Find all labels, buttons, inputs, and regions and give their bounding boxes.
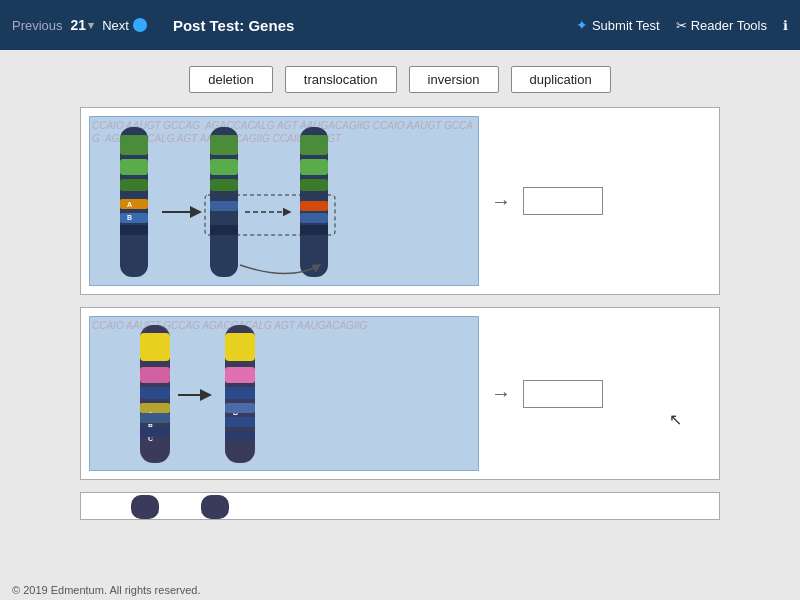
diagram-2-card: CCAIO AAUGT GCCAG AGACCACALG AGT AAUGACA… [80,307,720,480]
info-button[interactable]: ℹ [783,18,788,33]
svg-rect-4 [120,199,148,209]
question-number: 21 ▾ [71,17,95,33]
svg-rect-51 [225,417,255,427]
svg-rect-54 [201,495,229,519]
svg-rect-35 [140,367,170,383]
diagram-1-arrow: → [491,190,511,213]
svg-text:B: B [127,214,132,221]
info-icon: ℹ [783,18,788,33]
diagram-1-card: CCAIO AAUGT GCCAG AGACCACALG AGT AAUGACA… [80,107,720,295]
svg-rect-14 [210,179,238,191]
choice-translocation[interactable]: translocation [285,66,397,93]
svg-rect-9 [120,225,148,235]
submit-test-button[interactable]: ✦ Submit Test [576,17,660,33]
svg-rect-3 [120,179,148,191]
diagram-3-partial [80,492,720,520]
svg-rect-17 [210,201,238,211]
choice-deletion[interactable]: deletion [189,66,273,93]
diagram-3-svg-partial [81,493,471,520]
svg-rect-47 [225,387,255,399]
svg-rect-31 [300,225,328,235]
header: Previous 21 ▾ Next Post Test: Genes ✦ Su… [0,0,800,50]
svg-rect-45 [225,333,255,361]
svg-rect-1 [120,135,148,155]
svg-rect-37 [140,403,170,413]
svg-rect-52 [225,431,255,441]
header-left: Previous 21 ▾ Next [12,17,147,33]
svg-rect-41 [140,413,170,423]
svg-rect-34 [140,333,170,361]
svg-rect-42 [140,427,170,437]
svg-rect-46 [225,367,255,383]
next-indicator [133,18,147,32]
diagram-1-answer[interactable] [523,187,603,215]
page-title: Post Test: Genes [173,17,566,34]
svg-rect-5 [120,213,148,223]
diagram-2-answer[interactable] [523,380,603,408]
svg-rect-20 [210,225,238,235]
footer: © 2019 Edmentum. All rights reserved. [0,580,800,600]
svg-rect-36 [140,387,170,399]
svg-rect-23 [300,135,328,155]
header-right: ✦ Submit Test ✂ Reader Tools ℹ [576,17,788,33]
diagram-2-svg: A B C B C [90,317,479,471]
diagram-2-image: CCAIO AAUGT GCCAG AGACCACALG AGT AAUGACA… [89,316,479,471]
reader-tools-button[interactable]: ✂ Reader Tools [676,18,767,33]
choice-duplication[interactable]: duplication [511,66,611,93]
next-button[interactable]: Next [102,18,147,33]
reader-icon: ✂ [676,18,687,33]
svg-rect-53 [131,495,159,519]
svg-rect-12 [210,135,238,155]
svg-rect-25 [300,179,328,191]
diagram-1-svg: A B C A E C [90,117,479,286]
previous-button[interactable]: Previous [12,18,63,33]
svg-rect-24 [300,159,328,175]
choice-inversion[interactable]: inversion [409,66,499,93]
svg-rect-2 [120,159,148,175]
svg-rect-29 [300,213,328,223]
cursor-indicator: ↖ [669,410,682,429]
svg-rect-18 [210,213,238,223]
main-content: deletion translocation inversion duplica… [0,50,800,588]
answer-choices: deletion translocation inversion duplica… [80,66,720,93]
diagram-2-arrow: → [491,382,511,405]
copyright-text: © 2019 Edmentum. All rights reserved. [12,584,200,596]
diagram-1-image: CCAIO AAUGT GCCAG AGACCACALG AGT AAUGACA… [89,116,479,286]
svg-rect-13 [210,159,238,175]
svg-rect-27 [300,201,328,211]
svg-rect-50 [225,403,255,413]
submit-icon: ✦ [576,17,588,33]
svg-text:A: A [127,201,132,208]
